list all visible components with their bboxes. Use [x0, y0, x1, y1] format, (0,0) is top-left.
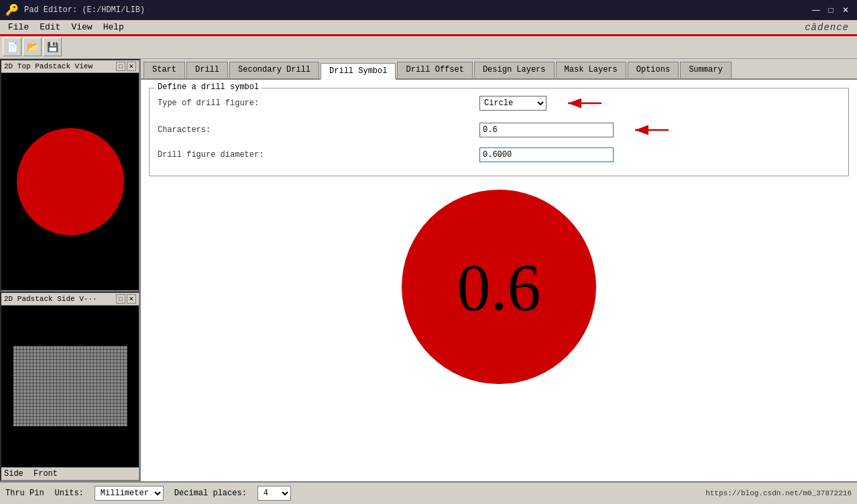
tab-summary[interactable]: Summary: [680, 62, 731, 78]
save-button[interactable]: 💾: [43, 38, 62, 56]
top-view-panel: 2D Top Padstack View □ ✕: [0, 59, 140, 292]
characters-row: Characters:: [158, 121, 840, 139]
side-view-close[interactable]: ✕: [127, 294, 136, 304]
red-arrow-1: [555, 94, 608, 113]
side-view-content: [1, 306, 139, 468]
drill-figure-select[interactable]: Circle Square Cross X Diamond Dot: [479, 96, 547, 111]
side-view-footer: Side Front: [1, 467, 139, 480]
left-panels: 2D Top Padstack View □ ✕ 2D Padstack Sid…: [0, 59, 141, 481]
side-footer-left: Side: [4, 469, 23, 479]
tab-options[interactable]: Options: [628, 62, 679, 78]
side-view-controls: □ ✕: [116, 294, 136, 304]
units-label: Units:: [55, 489, 84, 498]
diameter-input[interactable]: [479, 147, 614, 162]
drill-figure-label: Type of drill figure:: [158, 99, 479, 108]
drill-figure-row: Type of drill figure: Circle Square Cros…: [158, 94, 840, 113]
menu-help[interactable]: Help: [98, 21, 129, 34]
open-button[interactable]: 📂: [23, 38, 42, 56]
titlebar-controls: — □ ✕: [810, 4, 852, 16]
content-panel: Define a drill symbol Type of drill figu…: [141, 80, 857, 481]
characters-input[interactable]: [479, 123, 614, 137]
minimize-button[interactable]: —: [810, 4, 822, 16]
tab-start[interactable]: Start: [144, 62, 185, 78]
app-icon: 🔑: [5, 3, 19, 17]
tab-drill[interactable]: Drill: [186, 62, 228, 78]
characters-label: Characters:: [158, 125, 479, 135]
top-view-content: [1, 73, 139, 290]
url-display: https://blog.csdn.net/m0_37872216: [705, 489, 852, 497]
side-view-panel: 2D Padstack Side V··· □ ✕ Side Front: [0, 292, 140, 482]
menu-edit[interactable]: Edit: [34, 21, 66, 34]
menu-file[interactable]: File: [3, 21, 34, 34]
top-view-title: 2D Top Padstack View: [4, 62, 93, 70]
tab-secondary-drill[interactable]: Secondary Drill: [229, 62, 319, 78]
arrow-2: [622, 121, 675, 139]
tab-drill-offset[interactable]: Drill Offset: [397, 62, 472, 78]
titlebar: 🔑 Pad Editor: (E:/HDMI/LIB) — □ ✕: [0, 0, 857, 20]
top-view-circle: [17, 128, 124, 235]
tabs-container: Start Drill Secondary Drill Drill Symbol…: [141, 59, 857, 80]
arrow-1: [555, 94, 608, 113]
diameter-label: Drill figure diameter:: [158, 150, 479, 160]
diameter-row: Drill figure diameter:: [158, 147, 840, 162]
top-view-maximize[interactable]: □: [116, 62, 125, 71]
titlebar-title: Pad Editor: (E:/HDMI/LIB): [24, 5, 145, 15]
red-arrow-2: [622, 121, 675, 139]
side-view-pattern: [13, 346, 127, 426]
pin-type: Thru Pin: [5, 489, 44, 498]
decimal-select[interactable]: 123456: [258, 486, 291, 501]
toolbar: 📄 📂 💾: [0, 35, 857, 59]
top-view-controls: □ ✕: [116, 62, 136, 71]
close-button[interactable]: ✕: [840, 4, 852, 16]
side-footer-right: Front: [34, 469, 58, 479]
main-layout: 2D Top Padstack View □ ✕ 2D Padstack Sid…: [0, 59, 857, 481]
maximize-button[interactable]: □: [825, 4, 837, 16]
side-view-title: 2D Padstack Side V···: [4, 295, 97, 303]
right-content: Start Drill Secondary Drill Drill Symbol…: [141, 59, 857, 481]
side-view-maximize[interactable]: □: [116, 294, 125, 304]
decimal-label: Decimal places:: [174, 489, 247, 498]
tab-design-layers[interactable]: Design Layers: [474, 62, 555, 78]
statusbar: Thru Pin Units: Millimeter Inch Mil Deci…: [0, 481, 857, 504]
tab-mask-layers[interactable]: Mask Layers: [556, 62, 626, 78]
preview-circle: 0.6: [402, 190, 596, 384]
side-view-header: 2D Padstack Side V··· □ ✕: [1, 293, 139, 306]
preview-label: 0.6: [457, 249, 541, 326]
tab-drill-symbol[interactable]: Drill Symbol: [321, 63, 396, 80]
top-view-header: 2D Top Padstack View □ ✕: [1, 60, 139, 73]
menu-view[interactable]: View: [66, 21, 97, 34]
preview-area: 0.6: [149, 190, 849, 384]
section-title: Define a drill symbol: [155, 82, 262, 92]
new-button[interactable]: 📄: [3, 38, 21, 56]
top-view-canvas: [1, 73, 139, 290]
drill-symbol-section: Define a drill symbol Type of drill figu…: [149, 88, 849, 176]
menubar: File Edit View Help cādence: [0, 20, 857, 35]
cadence-logo: cādence: [805, 22, 854, 33]
units-select[interactable]: Millimeter Inch Mil: [95, 486, 164, 501]
top-view-close[interactable]: ✕: [127, 62, 136, 71]
side-view-canvas: [1, 306, 139, 468]
titlebar-left: 🔑 Pad Editor: (E:/HDMI/LIB): [5, 3, 145, 17]
